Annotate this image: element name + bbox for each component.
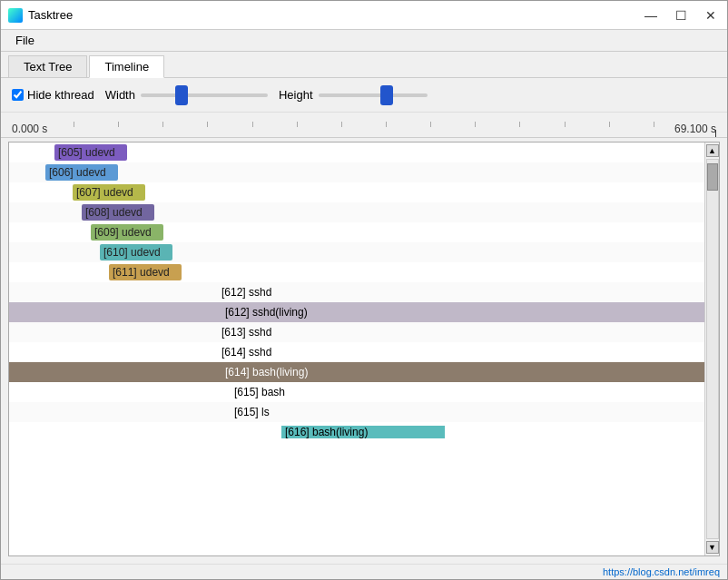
task-label-612-sshd: [612] sshd bbox=[221, 286, 271, 299]
task-label-613-sshd: [613] sshd bbox=[221, 326, 271, 339]
task-label-612-living: [612] sshd(living) bbox=[221, 306, 675, 319]
tick-3 bbox=[162, 122, 163, 127]
tab-text-tree[interactable]: Text Tree bbox=[8, 55, 87, 77]
timeline-scroll[interactable]: [605] udevd [606] udevd [607] udevd bbox=[9, 143, 704, 555]
task-block-605: [605] udevd bbox=[54, 144, 127, 161]
tick-7 bbox=[341, 122, 342, 127]
status-bar: https://blog.csdn.net/imreq bbox=[1, 564, 727, 579]
task-label-615-ls: [615] ls bbox=[234, 406, 270, 418]
height-slider[interactable] bbox=[319, 93, 428, 97]
tick-2 bbox=[118, 122, 119, 127]
vertical-scrollbar[interactable]: ▲ ▼ bbox=[704, 143, 719, 555]
task-id: [606] bbox=[49, 166, 76, 179]
tick-11 bbox=[519, 122, 520, 127]
task-label-615-bash: [615] bash bbox=[234, 386, 285, 398]
timeline-header: 0.000 s 69.100 s bbox=[1, 113, 727, 138]
tick-12 bbox=[565, 122, 566, 127]
list-item: [613] sshd bbox=[9, 322, 704, 342]
close-button[interactable]: ✕ bbox=[702, 6, 720, 25]
task-name: udevd bbox=[113, 206, 143, 219]
tick-marks bbox=[74, 122, 654, 127]
task-name: udevd bbox=[76, 166, 106, 179]
tick-14 bbox=[654, 122, 654, 127]
task-block-610: [610] udevd bbox=[100, 244, 172, 261]
list-item: [610] udevd bbox=[9, 242, 704, 262]
maximize-button[interactable]: ☐ bbox=[672, 6, 691, 25]
scroll-track bbox=[706, 159, 719, 539]
width-slider-wrap: Width bbox=[105, 88, 268, 102]
tick-4 bbox=[207, 122, 208, 127]
tick-1 bbox=[74, 122, 74, 127]
tick-9 bbox=[430, 122, 431, 127]
list-item: [614] sshd bbox=[9, 342, 704, 362]
hide-kthread-wrap: Hide kthread bbox=[12, 88, 94, 102]
task-block-609: [609] udevd bbox=[91, 224, 163, 241]
task-id: [610] bbox=[103, 246, 131, 259]
list-item: [612] sshd bbox=[9, 282, 704, 302]
height-label: Height bbox=[279, 88, 313, 102]
task-id: [608] bbox=[85, 206, 113, 219]
task-id: [609] bbox=[94, 226, 122, 239]
task-name: udevd bbox=[103, 186, 133, 199]
task-name: udevd bbox=[131, 246, 161, 259]
title-bar-left: Tasktree bbox=[8, 8, 73, 23]
window-title: Tasktree bbox=[28, 8, 73, 22]
tab-timeline[interactable]: Timeline bbox=[89, 55, 164, 78]
tabs-bar: Text Tree Timeline bbox=[1, 52, 727, 78]
list-item: [615] ls bbox=[9, 402, 704, 422]
time-end: 69.100 s bbox=[674, 123, 716, 135]
task-label-616-bash-living: [616] bash(living) bbox=[281, 426, 445, 438]
minimize-button[interactable]: — bbox=[641, 6, 661, 25]
hide-kthread-checkbox[interactable] bbox=[12, 89, 24, 101]
menu-file[interactable]: File bbox=[8, 32, 42, 49]
height-slider-wrap: Height bbox=[279, 88, 428, 102]
task-label-614-bash-living: [614] bash(living) bbox=[221, 366, 675, 378]
width-label: Width bbox=[105, 88, 135, 102]
task-block-607: [607] udevd bbox=[73, 184, 145, 201]
task-block-611: [611] udevd bbox=[109, 264, 182, 280]
status-text: https://blog.csdn.net/imreq bbox=[603, 566, 720, 577]
scroll-down-button[interactable]: ▼ bbox=[706, 541, 719, 554]
list-item: [616] bash(living) bbox=[9, 422, 704, 442]
scroll-thumb[interactable] bbox=[707, 163, 718, 191]
tick-10 bbox=[475, 122, 476, 127]
list-item: [615] bash bbox=[9, 382, 704, 402]
list-item: [606] udevd bbox=[9, 162, 704, 182]
task-name: udevd bbox=[85, 146, 115, 159]
task-name: udevd bbox=[140, 266, 170, 279]
task-label-614-sshd: [614] sshd bbox=[221, 346, 271, 359]
tick-13 bbox=[609, 122, 610, 127]
tick-8 bbox=[386, 122, 387, 127]
list-item: [605] udevd bbox=[9, 143, 704, 162]
tick-6 bbox=[297, 122, 298, 127]
timeline-with-scroll: [605] udevd [606] udevd [607] udevd bbox=[9, 143, 719, 555]
main-window: Tasktree — ☐ ✕ File Text Tree Timeline H… bbox=[0, 0, 728, 580]
scroll-up-button[interactable]: ▲ bbox=[706, 144, 719, 157]
list-item: [608] udevd bbox=[9, 202, 704, 222]
app-icon bbox=[8, 8, 23, 23]
menu-bar: File bbox=[1, 30, 727, 52]
task-block-608: [608] udevd bbox=[82, 204, 154, 221]
list-item: [612] sshd(living) bbox=[9, 302, 704, 322]
list-item: [607] udevd bbox=[9, 182, 704, 202]
list-item: [614] bash(living) bbox=[9, 362, 704, 382]
list-item: [611] udevd bbox=[9, 262, 704, 282]
list-item: [609] udevd bbox=[9, 222, 704, 242]
window-controls: — ☐ ✕ bbox=[641, 6, 720, 25]
task-id: [611] bbox=[113, 266, 140, 279]
width-slider[interactable] bbox=[141, 93, 268, 97]
tick-5 bbox=[252, 122, 253, 127]
time-start: 0.000 s bbox=[12, 123, 47, 135]
hide-kthread-label: Hide kthread bbox=[27, 88, 94, 102]
timeline-area: [605] udevd [606] udevd [607] udevd bbox=[8, 142, 720, 556]
task-block-606: [606] udevd bbox=[45, 164, 118, 181]
title-bar: Tasktree — ☐ ✕ bbox=[1, 1, 727, 30]
task-id: [607] bbox=[76, 186, 103, 199]
task-name: udevd bbox=[122, 226, 152, 239]
toolbar: Hide kthread Width Height bbox=[1, 78, 727, 113]
task-id: [605] bbox=[58, 146, 85, 159]
main-content: [605] udevd [606] udevd [607] udevd bbox=[1, 138, 727, 564]
